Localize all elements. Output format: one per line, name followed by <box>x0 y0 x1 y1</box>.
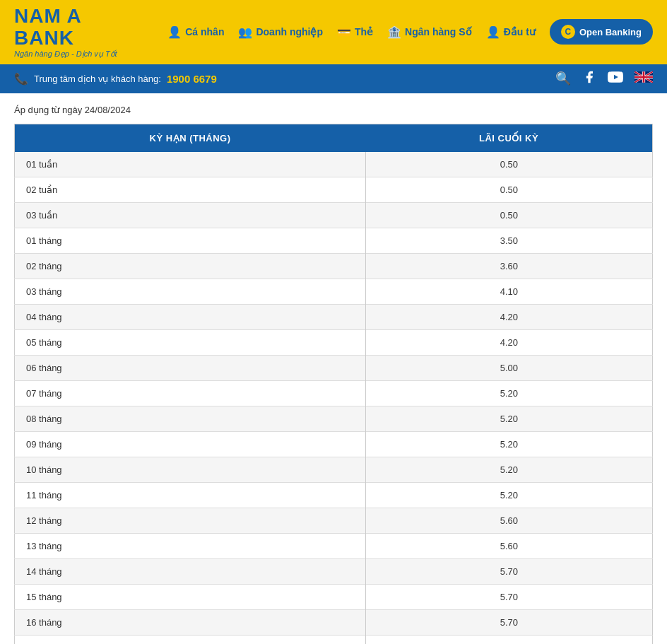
rate-cell: 5.20 <box>365 431 652 457</box>
term-cell: 11 tháng <box>15 482 366 508</box>
table-row: 11 tháng5.20 <box>15 482 653 508</box>
rate-cell: 5.70 <box>365 558 652 584</box>
rate-cell: 0.50 <box>365 152 652 177</box>
table-row: 09 tháng5.20 <box>15 431 653 457</box>
search-icon[interactable]: 🔍 <box>555 71 571 86</box>
card-icon: 💳 <box>337 25 351 39</box>
logo-area: NAM A BANK Ngân hàng Đẹp - Dịch vụ Tốt <box>14 6 146 59</box>
term-cell: 02 tuần <box>15 177 366 202</box>
header-bottom: 📞 Trung tâm dịch vụ khách hàng: 1900 667… <box>0 64 667 93</box>
rate-cell: 5.60 <box>365 508 652 533</box>
nav-item-ca-nhan[interactable]: 👤 Cá nhân <box>167 25 224 39</box>
table-row: 01 tuần0.50 <box>15 152 653 177</box>
term-cell: 03 tháng <box>15 279 366 304</box>
col-term-header: KỲ HẠN (THÁNG) <box>15 124 366 152</box>
table-row: 03 tháng4.10 <box>15 279 653 304</box>
term-cell: 04 tháng <box>15 304 366 329</box>
table-row: 03 tuần0.50 <box>15 202 653 228</box>
nav-item-dau-tu[interactable]: 👤 Đầu tư <box>486 25 536 39</box>
nav-label-dau-tu: Đầu tư <box>504 26 536 37</box>
term-cell: 08 tháng <box>15 406 366 431</box>
table-row: 10 tháng5.20 <box>15 457 653 482</box>
term-cell: 06 tháng <box>15 355 366 380</box>
rate-cell: 5.00 <box>365 355 652 380</box>
rate-cell: 3.60 <box>365 253 652 279</box>
nav-item-doanh-nghiep[interactable]: 👥 Doanh nghiệp <box>238 25 323 39</box>
term-cell: 17 tháng <box>15 635 366 644</box>
nav-menu: 👤 Cá nhân 👥 Doanh nghiệp 💳 Thẻ 🏦 Ngân hà… <box>167 19 653 45</box>
facebook-icon[interactable] <box>582 70 596 88</box>
logo-sub: Ngân hàng Đẹp - Dịch vụ Tốt <box>14 49 146 59</box>
nav-label-doanh-nghiep: Doanh nghiệp <box>256 26 323 37</box>
table-row: 14 tháng5.70 <box>15 558 653 584</box>
rate-cell: 5.70 <box>365 584 652 609</box>
bank-icon: 🏦 <box>387 25 401 39</box>
term-cell: 14 tháng <box>15 558 366 584</box>
rate-cell: 5.20 <box>365 457 652 482</box>
term-cell: 16 tháng <box>15 609 366 635</box>
rate-cell: 4.20 <box>365 329 652 355</box>
apply-date: Áp dụng từ ngày 24/08/2024 <box>14 105 653 115</box>
table-row: 02 tuần0.50 <box>15 177 653 202</box>
content-area: Áp dụng từ ngày 24/08/2024 KỲ HẠN (THÁNG… <box>0 93 667 644</box>
table-row: 15 tháng5.70 <box>15 584 653 609</box>
term-cell: 15 tháng <box>15 584 366 609</box>
phone-icon: 📞 <box>14 72 28 86</box>
table-row: 07 tháng5.20 <box>15 380 653 406</box>
rate-cell: 0.50 <box>365 177 652 202</box>
table-row: 13 tháng5.60 <box>15 533 653 558</box>
term-cell: 07 tháng <box>15 380 366 406</box>
open-banking-label: Open Banking <box>579 27 642 37</box>
nav-label-ca-nhan: Cá nhân <box>185 26 224 37</box>
nav-item-ngan-hang-so[interactable]: 🏦 Ngân hàng Số <box>387 25 472 39</box>
rate-cell: 5.20 <box>365 406 652 431</box>
term-cell: 12 tháng <box>15 508 366 533</box>
table-row: 05 tháng4.20 <box>15 329 653 355</box>
table-row: 02 tháng3.60 <box>15 253 653 279</box>
nav-item-the[interactable]: 💳 Thẻ <box>337 25 373 39</box>
rate-table: KỲ HẠN (THÁNG) LÃI CUỐI KỲ 01 tuần0.5002… <box>14 124 653 644</box>
table-row: 12 tháng5.60 <box>15 508 653 533</box>
table-header-row: KỲ HẠN (THÁNG) LÃI CUỐI KỲ <box>15 124 653 152</box>
term-cell: 03 tuần <box>15 202 366 228</box>
hotline-label: Trung tâm dịch vụ khách hàng: <box>34 74 161 84</box>
rate-cell: 3.50 <box>365 228 652 253</box>
table-row: 08 tháng5.20 <box>15 406 653 431</box>
rate-cell: 0.50 <box>365 202 652 228</box>
rate-cell: 4.10 <box>365 279 652 304</box>
rate-cell: 5.20 <box>365 482 652 508</box>
term-cell: 13 tháng <box>15 533 366 558</box>
table-row: 17 tháng5.70 <box>15 635 653 644</box>
open-banking-button[interactable]: C Open Banking <box>550 19 653 45</box>
term-cell: 01 tháng <box>15 228 366 253</box>
term-cell: 09 tháng <box>15 431 366 457</box>
rate-cell: 5.70 <box>365 609 652 635</box>
col-rate-header: LÃI CUỐI KỲ <box>365 124 652 152</box>
hotline-number: 1900 6679 <box>167 73 217 85</box>
table-row: 01 tháng3.50 <box>15 228 653 253</box>
rate-cell: 4.20 <box>365 304 652 329</box>
person-icon: 👤 <box>167 25 182 39</box>
hotline-area: 📞 Trung tâm dịch vụ khách hàng: 1900 667… <box>14 72 217 86</box>
logo-text: NAM A BANK <box>14 6 146 49</box>
header-icons: 🔍 <box>555 70 653 88</box>
term-cell: 10 tháng <box>15 457 366 482</box>
table-row: 06 tháng5.00 <box>15 355 653 380</box>
rate-cell: 5.70 <box>365 635 652 644</box>
group-icon: 👥 <box>238 25 252 39</box>
table-row: 16 tháng5.70 <box>15 609 653 635</box>
ob-logo-icon: C <box>561 25 575 39</box>
rate-cell: 5.60 <box>365 533 652 558</box>
header-top: NAM A BANK Ngân hàng Đẹp - Dịch vụ Tốt 👤… <box>0 0 667 64</box>
language-flag-icon[interactable] <box>634 71 653 86</box>
nav-label-the: Thẻ <box>355 26 373 37</box>
youtube-icon[interactable] <box>608 71 623 86</box>
rate-cell: 5.20 <box>365 380 652 406</box>
table-row: 04 tháng4.20 <box>15 304 653 329</box>
term-cell: 02 tháng <box>15 253 366 279</box>
term-cell: 05 tháng <box>15 329 366 355</box>
term-cell: 01 tuần <box>15 152 366 177</box>
invest-icon: 👤 <box>486 25 500 39</box>
nav-label-ngan-hang-so: Ngân hàng Số <box>405 26 472 37</box>
